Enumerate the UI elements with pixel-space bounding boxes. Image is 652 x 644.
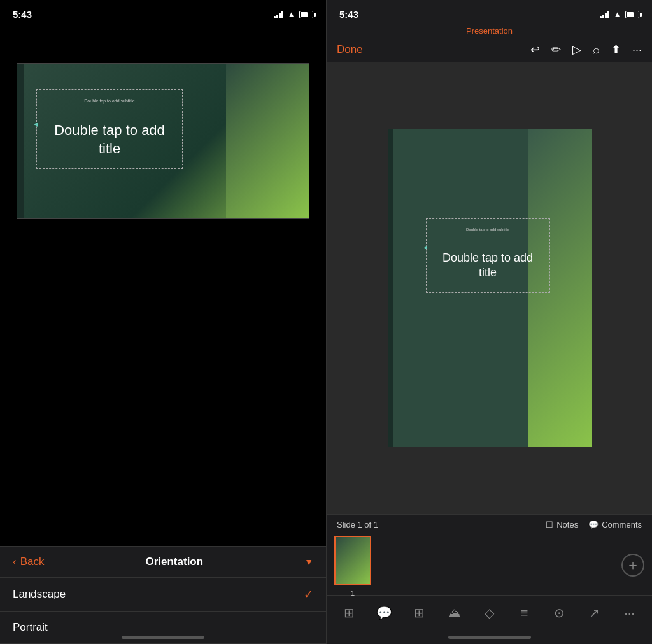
signal-icon-right — [600, 11, 609, 18]
status-icons-right: ▲ — [600, 10, 639, 19]
presentation-label: Presentation — [466, 26, 513, 36]
play-icon[interactable]: ▷ — [572, 43, 581, 57]
bottom-toolbar: ⊞ 💬 ⊞ ⛰ ◇ ≡ ⊙ ↗ ··· — [327, 595, 652, 630]
thumbnail-strip: 1 ＋ — [327, 535, 652, 595]
orientation-title: Orientation — [145, 556, 203, 568]
slide-preview-right[interactable]: Double tap to add subtitle Double tap to… — [388, 129, 592, 447]
slide-count: Slide 1 of 1 — [337, 520, 378, 529]
share-icon[interactable]: ⬆ — [611, 43, 621, 57]
left-panel: 5:43 ▲ Double tap to add subtitle Double… — [0, 0, 326, 644]
chevron-left-icon: ‹ — [13, 556, 17, 568]
home-indicator-left — [122, 636, 204, 639]
notes-icon: ☐ — [546, 520, 553, 529]
thumbnail-item-1[interactable] — [334, 536, 371, 585]
portrait-label: Portrait — [13, 621, 48, 634]
back-label: Back — [20, 556, 45, 568]
link-toolbar-icon[interactable]: ↗ — [582, 605, 607, 620]
slide-dark-col-right — [388, 129, 393, 447]
slide-content-left: Double tap to add subtitle Double tap to… — [36, 89, 183, 169]
thumbnail-wrapper: 1 — [334, 536, 371, 585]
search-icon[interactable]: ⌕ — [593, 43, 600, 57]
orientation-item-landscape[interactable]: Landscape ✓ — [0, 578, 326, 612]
comments-button[interactable]: 💬 Comments — [588, 520, 642, 529]
more-toolbar-icon[interactable]: ··· — [617, 606, 642, 620]
battery-icon-right — [625, 11, 639, 18]
dropdown-arrow-icon[interactable]: ▼ — [304, 557, 313, 567]
add-slide-button[interactable]: ＋ — [621, 554, 644, 577]
image-toolbar-icon[interactable]: ⛰ — [442, 606, 467, 620]
title-box-right[interactable]: Double tap to add title — [426, 239, 550, 293]
right-panel: 5:43 ▲ Presentation Done ↩ ✏ ▷ ⌕ ⬆ ··· — [326, 0, 652, 644]
orientation-list: Landscape ✓ Portrait — [0, 578, 326, 644]
view-toolbar-icon[interactable]: ⊞ — [337, 605, 362, 620]
toolbar-right: Done ↩ ✏ ▷ ⌕ ⬆ ··· — [327, 39, 652, 62]
shapes-toolbar-icon[interactable]: ◇ — [477, 605, 502, 620]
thumbnail-number-1: 1 — [351, 589, 355, 597]
wifi-icon-right: ▲ — [613, 10, 621, 19]
more-icon[interactable]: ··· — [632, 43, 642, 57]
orientation-section: ‹ Back Orientation ▼ Landscape ✓ Portrai… — [0, 546, 326, 644]
status-icons-left: ▲ — [274, 10, 313, 19]
done-button[interactable]: Done — [337, 43, 363, 56]
subtitle-box-right: Double tap to add subtitle — [426, 218, 550, 237]
camera-toolbar-icon[interactable]: ⊙ — [547, 605, 572, 620]
time-right: 5:43 — [339, 9, 358, 20]
wifi-icon-left: ▲ — [287, 10, 295, 19]
landscape-label: Landscape — [13, 588, 66, 601]
toolbar-icons: ↩ ✏ ▷ ⌕ ⬆ ··· — [530, 43, 642, 57]
orientation-item-portrait[interactable]: Portrait — [0, 612, 326, 644]
slide-content-right: Double tap to add subtitle Double tap to… — [426, 218, 550, 293]
status-bar-left: 5:43 ▲ — [0, 0, 326, 25]
slide-area: Double tap to add subtitle Double tap to… — [327, 62, 652, 514]
comments-label: Comments — [602, 520, 642, 529]
time-left: 5:43 — [13, 9, 32, 20]
status-bar-right: 5:43 ▲ — [327, 0, 652, 25]
grid-toolbar-icon[interactable]: ⊞ — [407, 605, 432, 620]
orientation-header: ‹ Back Orientation ▼ — [0, 546, 326, 578]
comment-toolbar-icon[interactable]: 💬 — [372, 605, 397, 620]
subtitle-placeholder-left: Double tap to add subtitle — [84, 99, 134, 103]
checkmark-landscape: ✓ — [304, 587, 313, 601]
annotate-icon[interactable]: ✏ — [551, 43, 561, 57]
title-box-left[interactable]: Double tap to add title — [36, 111, 183, 169]
undo-icon[interactable]: ↩ — [530, 43, 540, 57]
comments-icon: 💬 — [588, 520, 599, 529]
subtitle-placeholder-right: Double tap to add subtitle — [466, 228, 509, 232]
title-placeholder-left: Double tap to add title — [54, 122, 165, 157]
home-bar-right — [448, 636, 531, 639]
slide-preview-left: Double tap to add subtitle Double tap to… — [17, 63, 309, 219]
signal-icon-left — [274, 11, 283, 18]
arrow-indicator-left: ◂ — [34, 120, 38, 129]
back-button[interactable]: ‹ Back — [13, 556, 44, 568]
title-placeholder-right: Double tap to add title — [443, 251, 533, 279]
battery-icon-left — [299, 11, 313, 18]
text-toolbar-icon[interactable]: ≡ — [512, 606, 537, 620]
slide-info-actions: ☐ Notes 💬 Comments — [546, 520, 642, 529]
subtitle-box-left: Double tap to add subtitle — [36, 89, 183, 109]
slide-dark-col-left — [17, 64, 24, 218]
notes-button[interactable]: ☐ Notes — [546, 520, 578, 529]
home-indicator-right — [327, 630, 652, 644]
notes-label: Notes — [556, 520, 578, 529]
arrow-indicator-right: ◂ — [423, 244, 427, 251]
slide-info-bar: Slide 1 of 1 ☐ Notes 💬 Comments — [327, 514, 652, 535]
presentation-title-bar: Presentation — [327, 25, 652, 39]
